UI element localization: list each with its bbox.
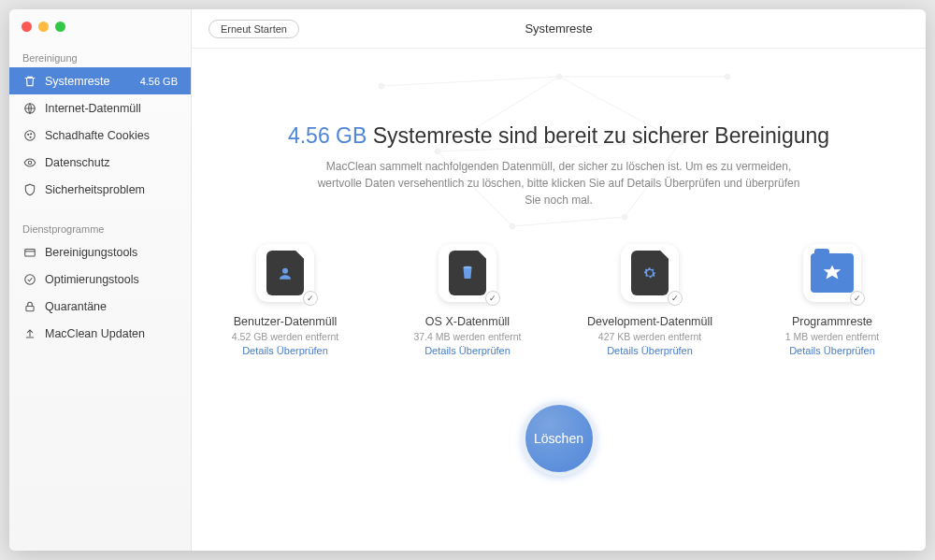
categories-row: ✓ Benutzer-Datenmüll 4.52 GB werden entf…: [220, 244, 898, 356]
svg-point-5: [28, 161, 32, 165]
check-icon: [22, 272, 36, 286]
svg-point-24: [282, 268, 288, 274]
sidebar-item-label: Bereinigungstools: [45, 246, 178, 259]
sidebar-item-label: Sicherheitsproblem: [45, 183, 178, 196]
user-file-icon: [266, 251, 304, 295]
svg-point-12: [510, 223, 515, 229]
category-dev: ✓ Development-Datenmüll 427 KB werden en…: [584, 244, 715, 356]
sidebar-item-updaten[interactable]: MacClean Updaten: [9, 320, 191, 347]
category-title: Programmreste: [792, 315, 872, 328]
details-link[interactable]: Details Überprüfen: [789, 345, 875, 356]
lock-icon: [22, 299, 36, 313]
sidebar-item-datenschutz[interactable]: Datenschutz: [9, 149, 191, 176]
category-size: 1 MB werden entfernt: [785, 331, 879, 342]
category-title: OS X-Datenmüll: [425, 315, 510, 328]
svg-rect-8: [25, 306, 33, 310]
upload-icon: [22, 326, 36, 340]
svg-point-2: [27, 134, 28, 135]
svg-rect-6: [24, 249, 35, 256]
category-size: 4.52 GB werden entfernt: [232, 331, 338, 342]
globe-icon: [22, 101, 36, 115]
sidebar-group-cleanup: Systemreste 4.56 GB Internet-Datenmüll S…: [9, 67, 191, 203]
main-panel: Erneut Starten Systemreste: [192, 9, 926, 551]
folder-icon: [22, 245, 36, 259]
svg-line-22: [512, 217, 625, 226]
sidebar-section-cleanup: Bereinigung: [9, 47, 191, 67]
svg-point-15: [725, 74, 730, 79]
category-icon-wrap[interactable]: ✓: [621, 244, 679, 302]
category-size: 37.4 MB werden entfernt: [414, 331, 522, 342]
page-title: Systemreste: [525, 22, 592, 36]
sidebar-item-bereinigungstools[interactable]: Bereinigungstools: [9, 238, 191, 266]
sidebar-section-tools: Dienstprogramme: [9, 218, 191, 238]
check-badge-icon: ✓: [485, 291, 500, 306]
sidebar-group-tools: Bereinigungstools Optimierungstools Quar…: [9, 238, 191, 347]
app-window: Bereinigung Systemreste 4.56 GB Internet…: [9, 9, 926, 551]
sidebar-item-label: Schadhafte Cookies: [45, 129, 178, 142]
category-osx: ✓ OS X-Datenmüll 37.4 MB werden entfernt…: [402, 244, 533, 356]
minimize-icon[interactable]: [38, 22, 49, 32]
restart-button[interactable]: Erneut Starten: [209, 20, 299, 38]
category-title: Benutzer-Datenmüll: [234, 315, 337, 328]
svg-point-3: [30, 133, 31, 134]
sidebar-item-optimierungstools[interactable]: Optimierungstools: [9, 266, 191, 293]
details-link[interactable]: Details Überprüfen: [607, 345, 693, 356]
check-badge-icon: ✓: [850, 291, 865, 306]
svg-point-4: [30, 136, 31, 137]
gear-file-icon: [631, 251, 669, 295]
sidebar-item-systemreste[interactable]: Systemreste 4.56 GB: [9, 67, 191, 94]
sidebar-item-label: Internet-Datenmüll: [45, 102, 178, 115]
sidebar-item-quarantane[interactable]: Quarantäne: [9, 293, 191, 320]
svg-line-20: [381, 77, 559, 86]
headline: 4.56 GB Systemreste sind bereit zu siche…: [288, 123, 829, 149]
svg-point-13: [622, 214, 627, 220]
svg-point-10: [435, 149, 440, 154]
app-folder-icon: [811, 253, 854, 293]
check-badge-icon: ✓: [303, 291, 318, 306]
category-icon-wrap[interactable]: ✓: [256, 244, 314, 302]
svg-point-1: [24, 130, 35, 140]
sidebar-item-label: MacClean Updaten: [45, 327, 178, 340]
sidebar-item-cookies[interactable]: Schadhafte Cookies: [9, 122, 191, 149]
category-icon-wrap[interactable]: ✓: [439, 244, 496, 302]
category-user: ✓ Benutzer-Datenmüll 4.52 GB werden entf…: [220, 244, 351, 356]
sidebar-item-badge: 4.56 GB: [140, 76, 178, 87]
sidebar: Bereinigung Systemreste 4.56 GB Internet…: [9, 9, 192, 551]
window-controls: [9, 9, 191, 47]
trash-file-icon: [449, 251, 486, 295]
toolbar: Erneut Starten Systemreste: [192, 9, 926, 49]
category-apps: ✓ Programmreste 1 MB werden entfernt Det…: [767, 244, 898, 356]
sidebar-item-internet[interactable]: Internet-Datenmüll: [9, 94, 191, 122]
details-link[interactable]: Details Überprüfen: [242, 345, 328, 356]
svg-point-7: [24, 274, 35, 284]
category-size: 427 KB werden entfernt: [598, 331, 701, 342]
svg-point-9: [556, 74, 562, 79]
details-link[interactable]: Details Überprüfen: [424, 345, 511, 356]
headline-text: Systemreste sind bereit zu sicherer Bere…: [367, 123, 829, 148]
svg-point-14: [379, 83, 384, 89]
sidebar-item-label: Datenschutz: [45, 156, 178, 169]
sidebar-item-label: Optimierungstools: [45, 273, 178, 286]
sidebar-item-label: Quarantäne: [45, 300, 178, 313]
headline-size: 4.56 GB: [288, 123, 367, 148]
sidebar-item-sicherheit[interactable]: Sicherheitsproblem: [9, 176, 191, 203]
close-icon[interactable]: [22, 22, 32, 32]
category-icon-wrap[interactable]: ✓: [803, 244, 861, 302]
maximize-icon[interactable]: [55, 22, 65, 32]
delete-button[interactable]: Löschen: [522, 401, 597, 476]
cookie-icon: [22, 128, 36, 142]
sidebar-item-label: Systemreste: [45, 75, 132, 88]
category-title: Development-Datenmüll: [587, 315, 712, 328]
description: MacClean sammelt nachfolgenden Datenmüll…: [316, 158, 802, 208]
shield-icon: [22, 182, 36, 196]
trash-icon: [22, 74, 36, 88]
eye-icon: [22, 155, 36, 169]
check-badge-icon: ✓: [668, 291, 683, 306]
svg-point-25: [464, 266, 472, 269]
content-area: 4.56 GB Systemreste sind bereit zu siche…: [192, 49, 926, 551]
